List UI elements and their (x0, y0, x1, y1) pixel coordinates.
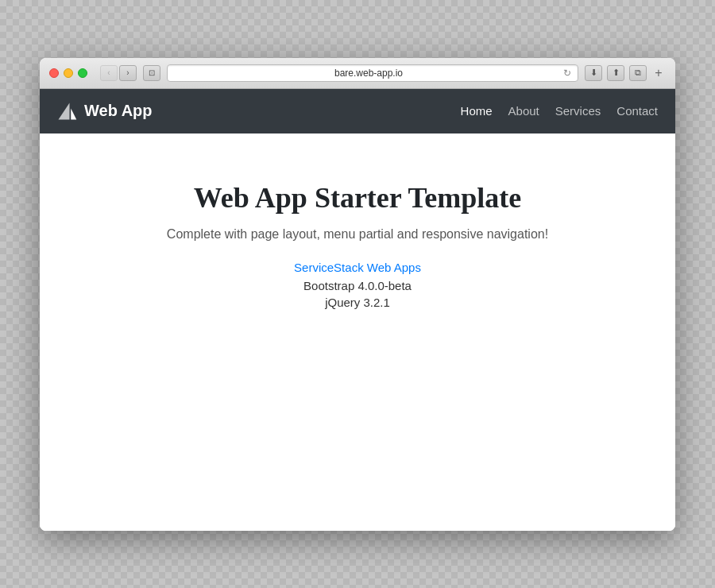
nav-buttons: ‹ › (100, 65, 137, 81)
site-nav-links: Home About Services Contact (459, 101, 659, 121)
minimize-button[interactable] (64, 68, 73, 78)
maximize-button[interactable] (78, 68, 87, 78)
hero-subtitle: Complete with page layout, menu partial … (56, 227, 659, 242)
site-brand[interactable]: Web App (56, 100, 153, 122)
nav-link-home[interactable]: Home (459, 101, 494, 121)
brand-name: Web App (84, 102, 153, 120)
plus-icon: + (655, 66, 662, 80)
site-navbar: Web App Home About Services Contact (40, 89, 675, 133)
nav-link-about[interactable]: About (507, 101, 541, 121)
tab-icon-symbol: ⊡ (149, 68, 155, 77)
back-icon: ‹ (107, 68, 110, 77)
website-content: Web App Home About Services Contact Web … (40, 89, 675, 531)
address-bar[interactable]: bare.web-app.io ↻ (167, 64, 578, 82)
svg-marker-0 (59, 103, 70, 119)
nav-link-contact[interactable]: Contact (615, 101, 659, 121)
forward-button[interactable]: › (119, 65, 137, 81)
tab-icon[interactable]: ⊡ (143, 65, 160, 81)
servicestack-link[interactable]: ServiceStack Web Apps (56, 261, 659, 274)
browser-chrome: ‹ › ⊡ bare.web-app.io ↻ ⬇ (40, 58, 675, 89)
refresh-button[interactable]: ↻ (563, 68, 571, 79)
browser-titlebar: ‹ › ⊡ bare.web-app.io ↻ ⬇ (40, 58, 675, 88)
brand-icon (56, 100, 78, 122)
download-icon: ⬇ (590, 68, 597, 78)
forward-icon: › (126, 68, 129, 77)
browser-toolbar-right: ⬇ ⬆ ⧉ + (585, 65, 666, 81)
nav-link-services[interactable]: Services (554, 101, 603, 121)
window-button[interactable]: ⧉ (629, 65, 647, 81)
share-button[interactable]: ⬆ (607, 65, 624, 81)
close-button[interactable] (49, 68, 59, 78)
window-icon: ⧉ (635, 68, 641, 78)
share-icon: ⬆ (613, 68, 620, 78)
back-button[interactable]: ‹ (100, 65, 118, 81)
hero-title: Web App Starter Template (56, 181, 659, 215)
new-tab-button[interactable]: + (651, 66, 666, 80)
download-button[interactable]: ⬇ (585, 65, 602, 81)
site-main: Web App Starter Template Complete with p… (40, 133, 675, 531)
svg-marker-1 (71, 108, 76, 119)
jquery-version: jQuery 3.2.1 (56, 296, 659, 309)
browser-window: ‹ › ⊡ bare.web-app.io ↻ ⬇ (40, 58, 675, 531)
traffic-lights (49, 68, 87, 78)
bootstrap-version: Bootstrap 4.0.0-beta (56, 279, 659, 292)
url-text: bare.web-app.io (174, 68, 563, 79)
